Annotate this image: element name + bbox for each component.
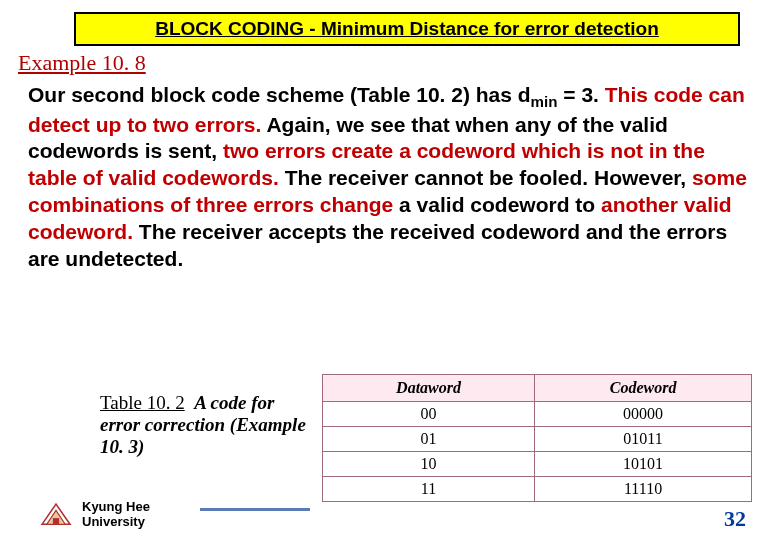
university-name: Kyung Hee University bbox=[82, 500, 150, 530]
footer-divider bbox=[200, 508, 310, 511]
footer: Kyung Hee University bbox=[40, 500, 150, 530]
table-cell: 00000 bbox=[535, 402, 752, 427]
body-s1b: = 3. bbox=[557, 83, 604, 106]
table-header-row: Dataword Codeword bbox=[323, 375, 752, 402]
table-caption: Table 10. 2 A code for error correction … bbox=[100, 392, 310, 458]
code-table: Dataword Codeword 00 00000 01 01011 10 1… bbox=[322, 374, 752, 502]
table-cell: 01 bbox=[323, 427, 535, 452]
university-line1: Kyung Hee bbox=[82, 500, 150, 515]
svg-rect-0 bbox=[53, 518, 59, 524]
table-row: 01 01011 bbox=[323, 427, 752, 452]
table-row: 11 11110 bbox=[323, 477, 752, 502]
university-logo-icon bbox=[40, 501, 72, 529]
table-header-codeword: Codeword bbox=[535, 375, 752, 402]
table-cell: 01011 bbox=[535, 427, 752, 452]
body-text: Our second block code scheme (Table 10. … bbox=[28, 82, 756, 273]
university-line2: University bbox=[82, 515, 150, 530]
table-cell: 10101 bbox=[535, 452, 752, 477]
table-row: 00 00000 bbox=[323, 402, 752, 427]
body-s1a: Our second block code scheme (Table 10. … bbox=[28, 83, 531, 106]
table-row: 10 10101 bbox=[323, 452, 752, 477]
table-cell: 11110 bbox=[535, 477, 752, 502]
table-number: Table 10. 2 bbox=[100, 392, 185, 413]
example-label: Example 10. 8 bbox=[18, 50, 780, 76]
body-s4a: The receiver cannot be fooled. However, bbox=[285, 166, 692, 189]
body-s4c: a valid codeword to bbox=[399, 193, 601, 216]
lower-area: Table 10. 2 A code for error correction … bbox=[0, 370, 780, 540]
table-cell: 10 bbox=[323, 452, 535, 477]
body-s1sub: min bbox=[531, 93, 558, 110]
table-header-dataword: Dataword bbox=[323, 375, 535, 402]
table-cell: 11 bbox=[323, 477, 535, 502]
slide-title: BLOCK CODING - Minimum Distance for erro… bbox=[155, 18, 659, 39]
body-s5: The receiver accepts the received codewo… bbox=[28, 220, 727, 270]
page-number: 32 bbox=[724, 506, 746, 532]
table-cell: 00 bbox=[323, 402, 535, 427]
slide-title-banner: BLOCK CODING - Minimum Distance for erro… bbox=[74, 12, 740, 46]
